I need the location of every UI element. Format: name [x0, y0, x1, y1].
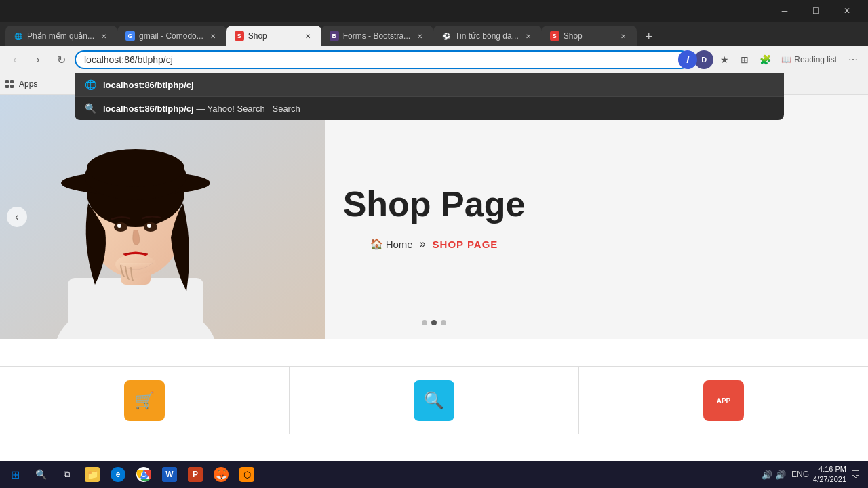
product-card-2[interactable]: 🔍: [290, 367, 579, 434]
breadcrumb-current: SHOP PAGE: [433, 239, 498, 250]
word-icon: W: [162, 467, 177, 482]
tab-4[interactable]: B Forms - Bootstra... ✕: [321, 26, 433, 46]
product-icon-3: APP: [703, 380, 744, 421]
autocomplete-item-2[interactable]: 🔍 localhost:86/btlphp/cj — Yahoo! Search…: [75, 97, 784, 120]
tab-5-favicon: ⚽: [441, 31, 451, 41]
extensions-button[interactable]: 🧩: [755, 50, 774, 69]
profile-button[interactable]: D: [694, 50, 713, 69]
product-card-3[interactable]: APP: [579, 367, 868, 434]
taskbar-apps: ⊞ 🔍 ⧉ 📁 e W P 🦊: [3, 462, 259, 487]
volume-icon[interactable]: 🔊: [775, 470, 786, 480]
tab-6-close[interactable]: ✕: [618, 30, 629, 41]
new-tab-button[interactable]: +: [639, 27, 658, 46]
breadcrumb-separator: »: [420, 238, 426, 250]
tab-6[interactable]: S Shop ✕: [542, 26, 637, 46]
close-button[interactable]: ✕: [831, 0, 863, 22]
address-bar: ‹ › ↻ I D ★ ⊞ 🧩 📖 Reading list ⋯: [0, 46, 868, 73]
edge-icon: e: [111, 467, 125, 482]
refresh-button[interactable]: ↻: [52, 50, 71, 69]
cursor-indicator: I: [678, 50, 697, 69]
hero-image-area: [0, 95, 326, 339]
forward-button[interactable]: ›: [28, 50, 47, 69]
reading-list-icon: 📖: [781, 55, 791, 64]
tab-4-label: Forms - Bootstra...: [343, 31, 410, 41]
taskbar-meta: ENG 4:16 PM 4/27/2021 🗨: [791, 464, 860, 485]
tab-1[interactable]: 🌐 Phần mềm quản... ✕: [5, 26, 117, 46]
network-icon[interactable]: 🔊: [762, 470, 772, 480]
clock-date: 4/27/2021: [813, 474, 846, 485]
minimize-button[interactable]: ─: [769, 0, 800, 22]
reading-list-label: Reading list: [794, 55, 837, 64]
home-icon: 🏠: [370, 238, 383, 250]
autocomplete-text-1: localhost:86/btlphp/cj: [103, 80, 194, 90]
tab-2-favicon: G: [125, 31, 135, 41]
hero-dots: [422, 320, 446, 325]
svg-point-8: [87, 149, 184, 187]
powerpoint-icon: P: [188, 467, 203, 482]
address-input-container: I: [75, 50, 690, 69]
language-indicator: ENG: [791, 470, 809, 479]
browser-chrome: ─ ☐ ✕ 🌐 Phần mềm quản... ✕ G gmail - Com…: [0, 0, 868, 95]
autocomplete-item-1[interactable]: 🌐 localhost:86/btlphp/cj: [75, 73, 784, 96]
taskbar-edge[interactable]: e: [106, 462, 130, 487]
favorites-button[interactable]: ★: [715, 50, 734, 69]
autocomplete-search-icon: 🔍: [84, 102, 96, 115]
taskbar-app6[interactable]: ⬡: [235, 462, 259, 487]
start-button[interactable]: ⊞: [3, 462, 27, 487]
app6-icon: ⬡: [239, 467, 254, 482]
toolbar-right: D ★ ⊞ 🧩 📖 Reading list ⋯: [694, 50, 863, 69]
hero-section: ‹ Shop Page 🏠 Home » SHOP PAGE: [0, 95, 868, 339]
tab-2-close[interactable]: ✕: [208, 30, 218, 41]
tab-2-label: gmail - Comodo...: [139, 31, 203, 41]
notification-icon[interactable]: 🗨: [850, 469, 860, 480]
system-tray: 🔊 🔊: [762, 470, 786, 480]
svg-point-12: [147, 224, 151, 228]
hero-dot-3[interactable]: [441, 320, 446, 325]
address-input[interactable]: [75, 50, 690, 69]
clock-time: 4:16 PM: [813, 464, 846, 474]
taskbar-task-view[interactable]: ⧉: [54, 462, 79, 487]
tab-3-favicon: S: [235, 31, 244, 41]
tab-4-close[interactable]: ✕: [414, 30, 425, 41]
tab-5[interactable]: ⚽ Tin tức bóng đá... ✕: [433, 26, 542, 46]
tab-4-favicon: B: [330, 31, 339, 41]
hero-prev-button[interactable]: ‹: [7, 207, 27, 227]
autocomplete-url-icon: 🌐: [84, 79, 96, 91]
title-bar: ─ ☐ ✕: [0, 0, 868, 22]
tab-1-favicon: 🌐: [14, 31, 23, 41]
product-icon-1: 🛒: [124, 380, 165, 421]
tab-5-close[interactable]: ✕: [523, 30, 534, 41]
tab-2[interactable]: G gmail - Comodo... ✕: [117, 26, 226, 46]
tab-3[interactable]: S Shop ✕: [226, 26, 321, 46]
apps-label[interactable]: Apps: [19, 79, 37, 89]
product-card-1[interactable]: 🛒: [0, 367, 290, 434]
taskbar: ⊞ 🔍 ⧉ 📁 e W P 🦊: [0, 461, 868, 488]
back-button[interactable]: ‹: [5, 50, 24, 69]
reading-list-button[interactable]: 📖 Reading list: [776, 52, 842, 67]
hero-dot-2[interactable]: [431, 320, 437, 325]
taskbar-powerpoint[interactable]: P: [183, 462, 208, 487]
svg-point-11: [117, 224, 121, 228]
tab-3-label: Shop: [248, 31, 298, 41]
taskbar-chrome[interactable]: [132, 462, 156, 487]
tab-6-favicon: S: [550, 31, 559, 41]
tab-6-label: Shop: [564, 31, 614, 41]
taskbar-search[interactable]: 🔍: [28, 462, 53, 487]
taskbar-firefox[interactable]: 🦊: [209, 462, 233, 487]
autocomplete-dropdown: 🌐 localhost:86/btlphp/cj 🔍 localhost:86/…: [75, 73, 784, 120]
tab-1-close[interactable]: ✕: [98, 30, 109, 41]
maximize-button[interactable]: ☐: [800, 0, 831, 22]
breadcrumb: 🏠 Home » SHOP PAGE: [370, 238, 498, 250]
apps-grid-icon: [5, 79, 16, 89]
breadcrumb-home-label: Home: [386, 239, 413, 250]
hero-dot-1[interactable]: [422, 320, 427, 325]
collections-button[interactable]: ⊞: [735, 50, 754, 69]
hero-title: Shop Page: [343, 184, 526, 224]
breadcrumb-home-link[interactable]: 🏠 Home: [370, 238, 413, 250]
menu-button[interactable]: ⋯: [844, 50, 863, 69]
taskbar-clock[interactable]: 4:16 PM 4/27/2021: [813, 464, 846, 485]
taskbar-file-explorer[interactable]: 📁: [80, 462, 104, 487]
taskbar-word[interactable]: W: [157, 462, 182, 487]
tab-3-close[interactable]: ✕: [302, 30, 313, 41]
svg-rect-2: [68, 278, 203, 339]
